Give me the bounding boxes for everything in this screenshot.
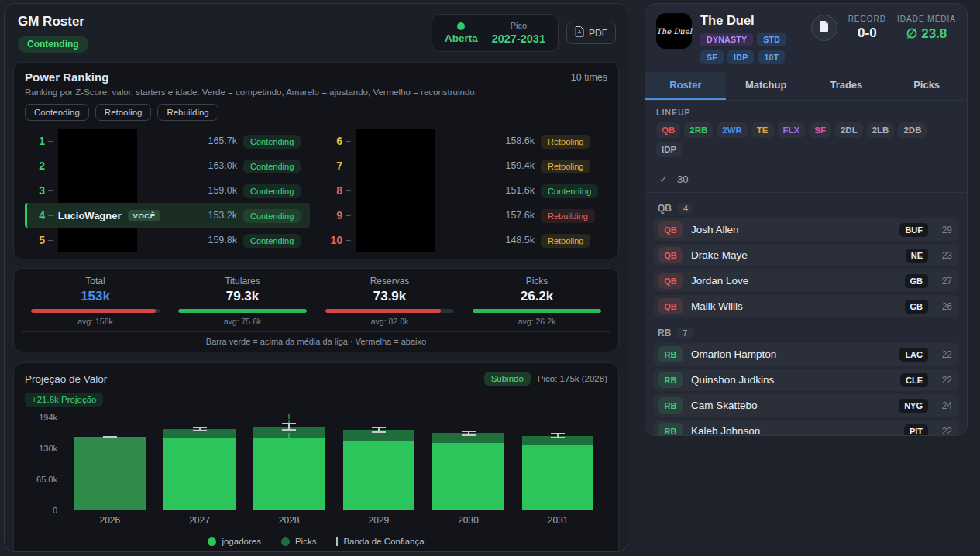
avg-age-value: ∅ 23.8 <box>906 26 947 42</box>
filter-retooling-button[interactable]: Retooling <box>95 104 152 121</box>
team-value: 159.0k <box>194 185 237 196</box>
rank-dash: – <box>48 185 53 196</box>
team-avatar: The Duel <box>656 13 692 49</box>
team-value: 159.4k <box>491 160 535 171</box>
projection-head: Projeção de Valor Subindo Pico: 175k (20… <box>25 372 607 386</box>
ranking-row[interactable]: 5–159.8kContending <box>25 228 310 252</box>
lineup-slot-2db[interactable]: 2DB <box>898 122 927 138</box>
stat-bar-fill <box>178 309 307 313</box>
tab-roster[interactable]: Roster <box>645 72 726 100</box>
header-right: Aberta Pico 2027-2031 PDF <box>432 14 616 52</box>
bar-segment-jogadores <box>432 443 504 510</box>
phase-badge: Contending <box>18 36 88 53</box>
stat-bar-track <box>473 309 601 313</box>
player-row[interactable]: RBKaleb JohnsonPIT22 <box>653 420 959 436</box>
stat-label: Total <box>31 276 160 287</box>
team-badge-std: STD <box>757 33 786 46</box>
player-name: Omarion Hampton <box>691 348 891 360</box>
ranking-row[interactable]: 8–151.6kContending <box>322 178 607 203</box>
position-count-badge: 7 <box>677 328 693 338</box>
rank-dash: – <box>48 235 53 245</box>
player-row[interactable]: QBDrake MayeNE23 <box>653 244 959 266</box>
window-status-capsule: Aberta Pico 2027-2031 <box>432 14 559 52</box>
y-tick-label: 130k <box>39 444 57 453</box>
ranking-row[interactable]: 4–LucioWagnerVOCÊ153.2kContending <box>25 203 310 228</box>
window-state-label: Aberta <box>445 33 478 44</box>
status-badge: Rebuilding <box>541 209 595 223</box>
team-value: 148.5k <box>491 235 535 245</box>
status-badge: Contending <box>541 184 598 198</box>
stat-value: 26.2k <box>473 289 601 304</box>
player-row[interactable]: QBMalik WillisGB26 <box>653 295 959 317</box>
tab-trades[interactable]: Trades <box>806 72 887 100</box>
ranking-row[interactable]: 1–165.7kContending <box>25 129 310 153</box>
lineup-slot-qb[interactable]: QB <box>656 122 680 138</box>
x-tick-label: 2026 <box>65 515 155 526</box>
ranking-row[interactable]: 7–159.4kRetooling <box>322 153 607 178</box>
gm-roster-panel: GM Roster Contending Aberta Pico 2027-20… <box>4 3 628 552</box>
lineup-slot-2wr[interactable]: 2WR <box>717 122 748 138</box>
player-team-badge: GB <box>905 274 929 288</box>
chart-bar-slot <box>155 417 245 510</box>
error-bar <box>372 427 386 432</box>
pdf-button-label: PDF <box>589 28 607 39</box>
x-tick-label: 2030 <box>424 515 514 526</box>
ranking-row[interactable]: 10–148.5kRetooling <box>322 228 607 252</box>
y-tick-label: 0 <box>53 506 57 515</box>
player-team-badge: NE <box>906 249 928 263</box>
lineup-slot-2rb[interactable]: 2RB <box>684 122 713 138</box>
legend-item: jogadores <box>208 537 261 546</box>
lineup-block: LINEUP QB2RB2WRTEFLXSF2DL2LB2DBIDP <box>645 101 967 166</box>
player-name: Josh Allen <box>691 224 891 235</box>
chart-legend: jogadoresPicksBanda de Confiança <box>25 537 607 546</box>
ranking-row[interactable]: 2–163.0kContending <box>25 153 310 178</box>
lineup-slot-2dl[interactable]: 2DL <box>835 122 863 138</box>
player-row[interactable]: QBJosh AllenBUF29 <box>653 218 959 241</box>
error-bar <box>193 427 207 431</box>
stat-label: Titulares <box>178 276 307 287</box>
player-row[interactable]: RBOmarion HamptonLAC22 <box>653 343 959 366</box>
rank-dash: – <box>346 160 351 171</box>
ranking-row[interactable]: 3–159.0kContending <box>25 178 310 203</box>
player-row[interactable]: QBJordan LoveGB27 <box>653 269 959 292</box>
status-badge: Retooling <box>541 160 590 173</box>
legend-dot-icon <box>281 537 290 546</box>
pdf-export-button[interactable]: PDF <box>566 22 616 44</box>
redacted-name <box>356 203 435 228</box>
trend-badge: Subindo <box>484 372 531 386</box>
team-logo-text: The Duel <box>656 27 692 36</box>
bar-segment-jogadores <box>253 438 325 510</box>
player-position-chip: QB <box>658 298 683 314</box>
filter-rebuilding-button[interactable]: Rebuilding <box>157 104 218 121</box>
roster-count-row: ✓ 30 <box>645 166 967 193</box>
filter-contending-button[interactable]: Contending <box>25 104 89 121</box>
chart-bar-slot <box>513 417 603 510</box>
value-projection-card: Projeção de Valor Subindo Pico: 175k (20… <box>13 362 619 552</box>
team-value: 163.0k <box>194 160 237 171</box>
stat-value: 73.9k <box>325 289 454 304</box>
rank-number: 9 <box>322 209 342 221</box>
stats-grid: Total153kavg: 158kTitulares79.3kavg: 75.… <box>22 276 610 326</box>
player-row[interactable]: RBQuinshon JudkinsCLE22 <box>653 369 959 391</box>
player-name: Quinshon Judkins <box>691 374 892 386</box>
tab-picks[interactable]: Picks <box>886 72 967 100</box>
power-ranking-title: Power Ranking <box>25 70 108 84</box>
team-panel: The Duel The Duel DYNASTYSTDSFIDP10T REC… <box>645 3 968 436</box>
lineup-slot-flx[interactable]: FLX <box>778 122 806 138</box>
team-value: 157.6k <box>491 210 535 221</box>
error-bar-cap <box>462 434 476 436</box>
tab-matchup[interactable]: Matchup <box>726 72 806 100</box>
stacked-bar-2029 <box>343 430 415 510</box>
lineup-slots: QB2RB2WRTEFLXSF2DL2LB2DBIDP <box>656 122 956 157</box>
ranking-row[interactable]: 6–158.6kRetooling <box>322 129 607 153</box>
player-row[interactable]: RBCam SkatteboNYG24 <box>653 394 959 417</box>
lineup-slot-idp[interactable]: IDP <box>656 142 682 157</box>
y-tick-label: 194k <box>39 413 57 422</box>
lineup-slot-2lb[interactable]: 2LB <box>867 122 895 138</box>
rank-dash: – <box>346 136 351 146</box>
notes-button[interactable] <box>811 15 837 41</box>
lineup-slot-sf[interactable]: SF <box>809 122 831 138</box>
player-age: 22 <box>937 349 952 360</box>
ranking-row[interactable]: 9–157.6kRebuilding <box>322 203 607 228</box>
lineup-slot-te[interactable]: TE <box>751 122 774 138</box>
